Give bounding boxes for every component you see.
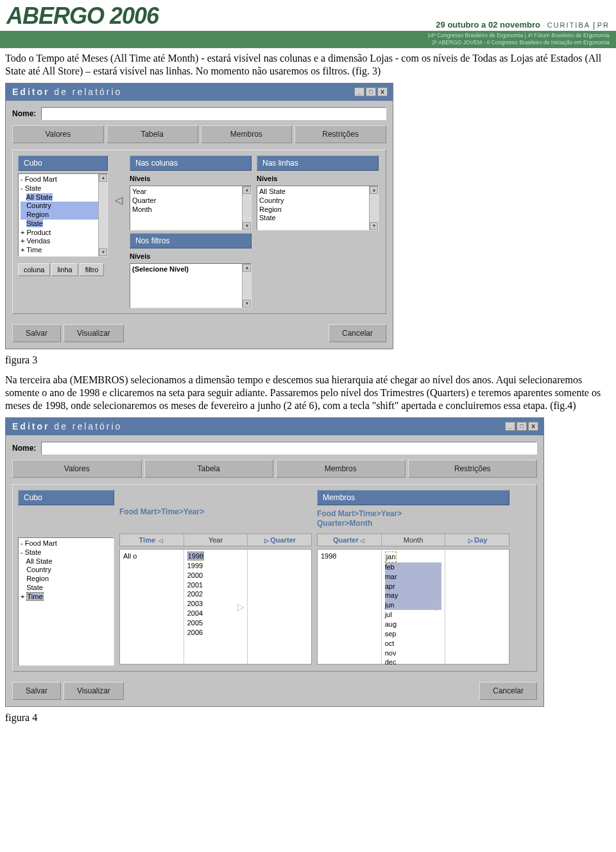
tab-valores[interactable]: Valores [12, 125, 104, 143]
list-item[interactable]: 2004 [187, 609, 244, 618]
tab-valores[interactable]: Valores [12, 460, 142, 478]
tab-membros[interactable]: Membros [201, 125, 293, 143]
tree-item[interactable]: State [21, 220, 105, 229]
cancelar-button[interactable]: Cancelar [479, 682, 537, 700]
scrollbar[interactable]: ▴ ▾ [242, 186, 251, 230]
tab-tabela[interactable]: Tabela [144, 460, 274, 478]
nome-input[interactable] [41, 107, 386, 120]
nav-year[interactable]: Year [184, 534, 248, 546]
allo-item[interactable]: All o [123, 552, 180, 561]
list-item[interactable]: 2006 [187, 628, 244, 638]
arrow-left-icon[interactable]: ◁ [115, 194, 123, 206]
salvar-button[interactable]: Salvar [12, 324, 61, 342]
minimize-icon[interactable]: _ [505, 422, 515, 431]
tree-item[interactable]: Region [21, 211, 105, 220]
list-item[interactable]: sep [385, 629, 442, 639]
scroll-down-icon[interactable]: ▾ [99, 248, 107, 256]
list-item[interactable]: Region [259, 205, 376, 214]
close-icon[interactable]: X [528, 422, 538, 431]
tree-item[interactable]: All State [21, 557, 112, 566]
list-item[interactable]: Month [132, 205, 249, 214]
nav-quarter[interactable]: ▷Quarter [248, 534, 311, 546]
visualizar-button[interactable]: Visualizar [64, 682, 124, 700]
list-item[interactable]: may [385, 591, 442, 600]
close-icon[interactable]: X [377, 87, 388, 96]
cancelar-button[interactable]: Cancelar [329, 324, 386, 342]
months-col[interactable]: jan feb mar apr may jun jul aug sep oct … [382, 550, 446, 664]
list-item[interactable]: Year [132, 187, 249, 196]
row-levels-listbox[interactable]: All State Country Region State ▴ ▾ [257, 186, 379, 230]
visualizar-button[interactable]: Visualizar [64, 324, 124, 342]
list-item[interactable]: All State [259, 187, 376, 196]
scroll-up-icon[interactable]: ▴ [370, 186, 378, 194]
tree-item[interactable]: Country [21, 566, 112, 575]
salvar-button[interactable]: Salvar [12, 682, 61, 700]
list-item[interactable]: 2000 [187, 571, 244, 580]
list-item[interactable]: 2005 [187, 618, 244, 628]
list-item[interactable]: oct [385, 639, 442, 648]
tab-restricoes[interactable]: Restrições [295, 125, 386, 143]
coluna-button[interactable]: coluna [18, 263, 50, 276]
list-item[interactable]: jul [385, 610, 442, 620]
tab-tabela[interactable]: Tabela [107, 125, 198, 143]
scroll-up-icon[interactable]: ▴ [243, 264, 251, 272]
arrow-right-icon[interactable]: ▷ [435, 602, 442, 612]
list-item[interactable]: dec [385, 657, 442, 667]
years-col[interactable]: 1998 1999 2000 2001 2002 2003 2004 2005 … [184, 550, 248, 664]
nav-time[interactable]: Time ◁ [120, 534, 184, 546]
scrollbar[interactable]: ▴ ▾ [242, 264, 251, 308]
scroll-down-icon[interactable]: ▾ [243, 222, 251, 230]
scroll-down-icon[interactable]: ▾ [243, 300, 251, 308]
arrow-right-icon[interactable]: ▷ [237, 602, 244, 612]
quarter-col[interactable]: 1998 [318, 550, 382, 664]
nav-month[interactable]: Month [382, 534, 446, 546]
tree-item[interactable]: Country [21, 202, 105, 211]
list-item[interactable]: 2001 [187, 580, 244, 590]
scroll-up-icon[interactable]: ▴ [99, 174, 107, 182]
tree-item[interactable]: Region [21, 575, 112, 584]
list-item[interactable]: apr [385, 582, 442, 591]
list-item[interactable]: State [259, 214, 376, 223]
allo-col[interactable]: All o [120, 550, 184, 664]
list-item[interactable]: feb [385, 562, 442, 572]
maximize-icon[interactable]: □ [366, 87, 376, 96]
scroll-down-icon[interactable]: ▾ [370, 222, 378, 230]
tree-item[interactable]: - Food Mart [21, 539, 112, 548]
tree-item[interactable]: + Time [21, 593, 112, 602]
list-item[interactable]: 1998 [321, 552, 378, 561]
list-item[interactable]: 2002 [187, 589, 244, 599]
scrollbar[interactable]: ▴ ▾ [369, 186, 378, 230]
scrollbar[interactable]: ▴ ▾ [98, 174, 107, 256]
list-item[interactable]: 1999 [187, 561, 244, 571]
cubo-tree-listbox[interactable]: - Food Mart - State All State Country Re… [18, 173, 108, 257]
list-item[interactable]: jun [385, 600, 442, 610]
tree-item[interactable]: + Product [21, 229, 105, 238]
list-item[interactable]: Country [259, 196, 376, 205]
list-item[interactable]: jan [385, 552, 442, 562]
tree-item[interactable]: - Food Mart [21, 175, 105, 184]
minimize-icon[interactable]: _ [354, 87, 364, 96]
nav-day[interactable]: ▷Day [445, 534, 509, 546]
list-item[interactable]: mar [385, 572, 442, 582]
tree-item[interactable]: + Time [21, 246, 105, 255]
tree-item[interactable]: All State [21, 193, 105, 202]
list-item[interactable]: aug [385, 620, 442, 629]
tree-item[interactable]: - State [21, 184, 105, 193]
filter-listbox[interactable]: (Selecione Nível) ▴ ▾ [130, 263, 252, 308]
list-item[interactable]: 1998 [187, 552, 244, 561]
nome-input[interactable] [41, 442, 537, 455]
tab-restricoes[interactable]: Restrições [408, 460, 538, 478]
nav-quarter2[interactable]: Quarter◁ [318, 534, 382, 546]
cubo-tree-listbox[interactable]: - Food Mart - State All State Country Re… [18, 537, 114, 666]
list-item[interactable]: Quarter [132, 196, 249, 205]
list-item[interactable]: nov [385, 648, 442, 658]
tab-membros[interactable]: Membros [276, 460, 406, 478]
col-levels-listbox[interactable]: Year Quarter Month ▴ ▾ [130, 186, 252, 230]
filtro-button[interactable]: filtro [80, 263, 105, 276]
tree-item[interactable]: State [21, 584, 112, 593]
filter-placeholder[interactable]: (Selecione Nível) [132, 265, 249, 274]
tree-item[interactable]: + Vendas [21, 237, 105, 246]
tree-item[interactable]: - State [21, 548, 112, 557]
scroll-up-icon[interactable]: ▴ [243, 186, 251, 194]
maximize-icon[interactable]: □ [517, 422, 527, 431]
